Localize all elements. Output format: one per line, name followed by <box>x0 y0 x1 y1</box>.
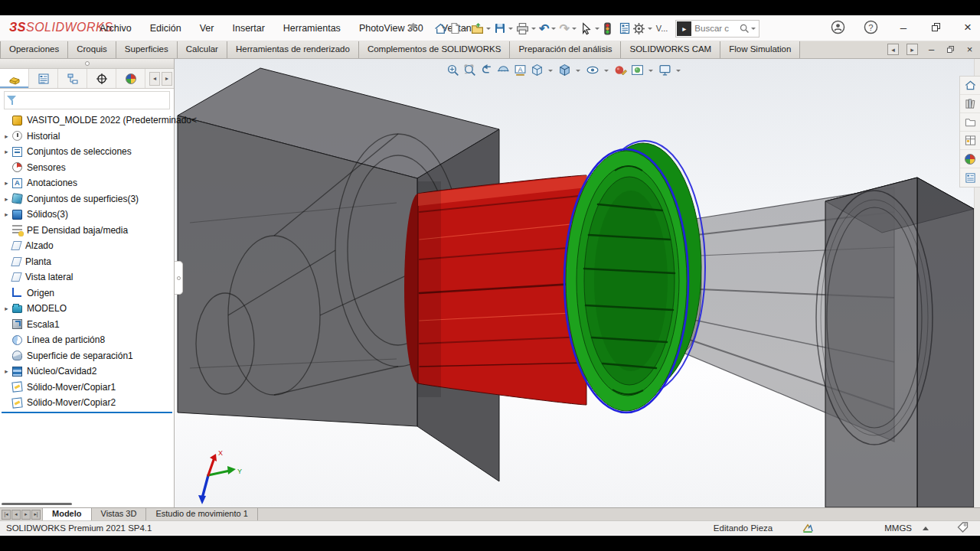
fm-tab-scroll-right[interactable]: ▸ <box>162 72 172 86</box>
search-icon[interactable] <box>739 23 750 34</box>
tree-item-linea-particion[interactable]: Línea de partición8 <box>2 332 174 348</box>
menu-edicion[interactable]: Edición <box>150 23 181 34</box>
graphics-viewport[interactable]: X Y A <box>175 59 980 507</box>
tree-item-nucleo-cavidad[interactable]: ▸ Núcleo/Cavidad2 <box>2 364 174 380</box>
save-button[interactable] <box>493 21 507 36</box>
tab-scroll-next[interactable]: ▸ <box>21 510 31 520</box>
search-dropdown[interactable] <box>751 28 756 32</box>
undo-button[interactable]: ↶ <box>538 20 550 37</box>
open-dropdown[interactable] <box>486 28 491 32</box>
view-orientation-icon[interactable] <box>530 63 544 77</box>
account-icon[interactable] <box>830 18 846 36</box>
tab-scroll-last[interactable]: ▸| <box>31 510 41 520</box>
tab-flow-simulation[interactable]: Flow Simulation <box>720 41 800 58</box>
tab-estudio-movimiento[interactable]: Estudio de movimiento 1 <box>146 508 257 520</box>
menu-archivo[interactable]: Archivo <box>100 23 132 34</box>
tree-item-modelo[interactable]: ▸ MODELO <box>2 301 174 317</box>
new-document-dropdown[interactable] <box>463 28 468 32</box>
appearances-icon[interactable] <box>960 150 980 168</box>
select-dropdown[interactable] <box>595 28 599 32</box>
doc-restore-button[interactable] <box>945 44 956 55</box>
tree-item-superficie-separacion[interactable]: Superficie de separación1 <box>2 348 174 364</box>
print-button[interactable] <box>515 21 530 37</box>
view-palette-icon[interactable] <box>960 132 980 150</box>
pin-menu-icon[interactable] <box>407 21 418 35</box>
apply-scene-icon[interactable] <box>630 63 645 77</box>
tree-item-conjuntos-selecciones[interactable]: ▸ Conjuntos de selecciones <box>2 144 174 160</box>
tab-operaciones[interactable]: Operaciones <box>0 41 68 58</box>
tab-vistas-3d[interactable]: Vistas 3D <box>92 508 147 520</box>
configurationmanager-tab[interactable] <box>58 69 87 88</box>
units-dropdown[interactable] <box>923 523 929 530</box>
help-icon[interactable]: ? <box>863 18 879 36</box>
expand-arrow-icon[interactable]: ▸ <box>2 132 11 140</box>
options-gear-button[interactable] <box>632 21 646 37</box>
taskpane-home-icon[interactable] <box>960 77 980 95</box>
redo-button[interactable]: ↷ <box>558 20 570 37</box>
expand-arrow-icon[interactable]: ▸ <box>2 210 11 218</box>
featuremanager-tree-tab[interactable] <box>0 69 29 88</box>
previous-view-icon[interactable] <box>479 63 494 77</box>
options-dropdown[interactable] <box>648 28 652 32</box>
tab-calcular[interactable]: Calcular <box>178 41 227 58</box>
red-core-body[interactable] <box>404 175 586 405</box>
apply-scene-dropdown[interactable] <box>648 70 653 74</box>
new-document-button[interactable] <box>448 21 462 36</box>
save-dropdown[interactable] <box>508 28 513 32</box>
view-orientation-dropdown[interactable] <box>548 70 553 74</box>
undo-dropdown[interactable] <box>551 28 556 32</box>
expand-arrow-icon[interactable]: ▸ <box>2 367 11 375</box>
menu-ver[interactable]: Ver <box>200 23 214 34</box>
annotation-visibility-icon[interactable]: A <box>513 63 528 77</box>
tree-item-planta[interactable]: Planta <box>2 254 174 270</box>
tab-complementos[interactable]: Complementos de SOLIDWORKS <box>359 41 510 58</box>
zoom-to-area-icon[interactable] <box>462 63 477 77</box>
green-molded-part-selected[interactable] <box>564 141 705 412</box>
select-pointer-button[interactable] <box>579 21 593 37</box>
tab-superficies[interactable]: Superficies <box>116 41 178 58</box>
tree-item-solidos[interactable]: ▸ Sólidos(3) <box>2 207 174 223</box>
tree-item-conjuntos-superficies[interactable]: ▸ Conjuntos de superficies(3) <box>2 191 174 207</box>
view-settings-dropdown[interactable] <box>676 70 681 74</box>
hide-show-items-icon[interactable] <box>585 63 600 77</box>
redo-dropdown[interactable] <box>572 28 577 32</box>
tab-scroll-first[interactable]: |◂ <box>2 510 11 520</box>
file-properties-button[interactable] <box>618 21 632 36</box>
displaymanager-tab[interactable] <box>116 69 145 88</box>
tree-item-sensores[interactable]: Sensores <box>2 160 174 176</box>
expand-arrow-icon[interactable]: ▸ <box>2 195 11 203</box>
menu-insertar[interactable]: Insertar <box>232 23 264 34</box>
doc-back-button[interactable]: ◂ <box>887 44 899 55</box>
expand-arrow-icon[interactable]: ▸ <box>2 305 11 312</box>
restore-button[interactable] <box>928 21 943 34</box>
toolbar-overflow[interactable]: V... <box>656 24 668 33</box>
edit-appearance-icon[interactable] <box>613 63 628 77</box>
expand-arrow-icon[interactable]: ▸ <box>2 148 11 155</box>
custom-properties-icon[interactable] <box>960 168 980 187</box>
file-explorer-icon[interactable] <box>960 113 980 132</box>
propertymanager-tab[interactable] <box>29 69 58 88</box>
doc-minimize-button[interactable]: – <box>926 44 937 55</box>
open-button[interactable] <box>470 21 485 37</box>
panel-collapse-handle[interactable] <box>175 261 183 295</box>
design-library-icon[interactable] <box>960 95 980 113</box>
section-view-icon[interactable] <box>496 63 511 77</box>
dimxpertmanager-tab[interactable] <box>87 69 116 88</box>
print-dropdown[interactable] <box>531 28 536 32</box>
rebuild-button[interactable] <box>602 21 613 37</box>
doc-close-button[interactable]: × <box>964 44 975 55</box>
doc-forward-button[interactable]: ▸ <box>906 44 918 55</box>
tab-preparacion-analisis[interactable]: Preparación del análisis <box>510 41 621 58</box>
tab-solidworks-cam[interactable]: SOLIDWORKS CAM <box>621 41 720 58</box>
hide-show-dropdown[interactable] <box>604 70 609 74</box>
tree-root[interactable]: VASITO_MOLDE 2022 (Predeterminado< <box>2 112 174 129</box>
tree-item-mover-copiar2[interactable]: Sólido-Mover/Copiar2 <box>2 395 174 411</box>
tree-item-historial[interactable]: ▸ Historial <box>2 129 174 145</box>
panel-splitter[interactable] <box>0 59 174 69</box>
tab-scroll-prev[interactable]: ◂ <box>11 510 21 520</box>
display-style-icon[interactable] <box>557 63 572 77</box>
tab-croquis[interactable]: Croquis <box>68 41 116 58</box>
tree-item-mover-copiar1[interactable]: Sólido-Mover/Copiar1 <box>2 380 174 396</box>
tree-horizontal-scrollbar[interactable] <box>0 501 174 507</box>
cavity-plate-right[interactable] <box>816 178 974 507</box>
